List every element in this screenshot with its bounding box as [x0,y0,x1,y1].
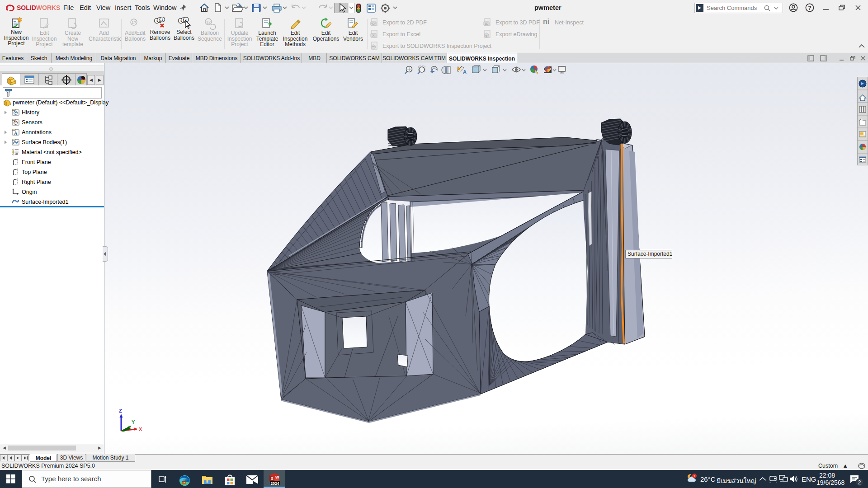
svg-text:SOLIDWORKS: SOLIDWORKS [17,4,60,11]
svg-text:Z: Z [119,408,122,413]
svg-text:1: 1 [693,474,696,478]
svg-text:X: X [139,427,142,432]
svg-text:1: 1 [183,19,184,23]
svg-text:PDF: PDF [371,22,377,25]
svg-text:S: S [271,476,274,481]
svg-text:2: 2 [858,479,861,486]
svg-text:3D: 3D [485,22,489,25]
svg-text:?: ? [808,5,811,11]
svg-text:W: W [275,475,279,479]
svg-text:12: 12 [206,20,211,24]
svg-text:1?: 1? [132,20,136,25]
svg-text:1: 1 [156,19,158,23]
svg-text:1: 1 [159,19,160,23]
svg-text:2024: 2024 [271,481,279,486]
svg-text:ni: ni [543,18,549,25]
svg-text:1: 1 [180,19,182,23]
svg-text:A: A [463,69,467,75]
svg-text:A: A [14,131,18,136]
svg-text:X: X [373,33,375,37]
svg-text:Y: Y [132,419,135,425]
svg-text:1: 1 [161,18,163,22]
svg-text:e: e [486,33,488,38]
